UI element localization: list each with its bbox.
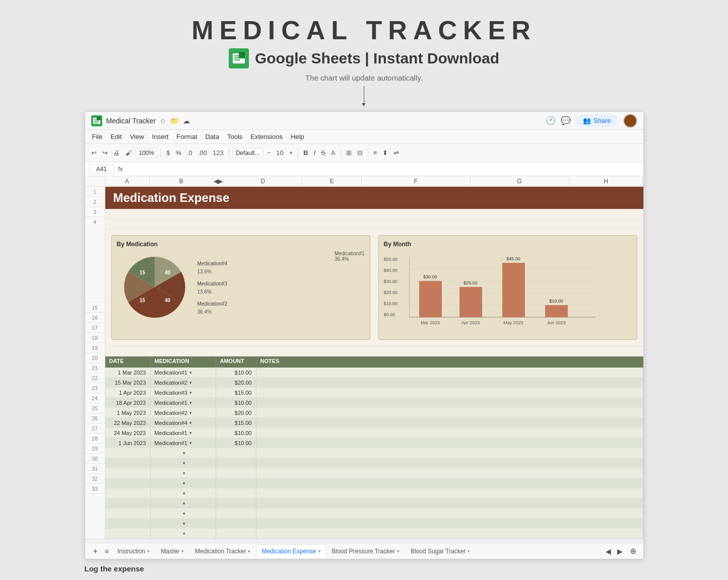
font-size[interactable]: 10 — [274, 148, 285, 158]
comment-icon[interactable]: 💬 — [561, 116, 571, 125]
menu-edit[interactable]: Edit — [107, 132, 124, 141]
empty-date-30 — [105, 498, 151, 508]
gs-icon-small — [91, 115, 102, 126]
cell-amount-18: $20.00 — [216, 378, 256, 387]
tab-scroll-right[interactable]: ▶ — [615, 547, 625, 555]
sheet-menu-button[interactable]: ≡ — [102, 547, 112, 555]
bar-jun — [545, 305, 568, 317]
cell-notes-21 — [256, 408, 643, 417]
subtitle-row: Google Sheets | Instant Download — [191, 48, 537, 68]
zoom-dropdown[interactable]: 100% — [136, 148, 158, 158]
menu-view[interactable]: View — [127, 132, 147, 141]
menu-tools[interactable]: Tools — [224, 132, 245, 141]
more-formats-button[interactable]: 123 — [211, 148, 226, 158]
col-header-f[interactable]: F — [362, 176, 471, 186]
tab-medication-tracker[interactable]: Medication Tracker ▾ — [189, 544, 256, 558]
svg-text:Jun 2023: Jun 2023 — [547, 320, 565, 325]
col-header-e[interactable]: E — [302, 176, 362, 186]
menu-insert[interactable]: Insert — [149, 132, 172, 141]
cell-med-17: Medication#1 ▾ — [151, 368, 216, 377]
bar-apr — [459, 287, 482, 317]
tab-blood-sugar[interactable]: Blood Sugar Tracker ▾ — [405, 544, 476, 558]
tab-blood-sugar-label: Blood Sugar Tracker — [411, 548, 466, 555]
cell-reference[interactable]: A41 — [89, 165, 114, 174]
tab-instruction-label: Instruction — [117, 548, 145, 555]
col-header-a[interactable]: A — [105, 176, 150, 186]
empty-row-25: ▾ — [105, 448, 643, 458]
row-num-15: 15 — [85, 303, 105, 313]
tab-blood-pressure[interactable]: Blood Pressure Tracker ▾ — [326, 544, 405, 558]
bold-button[interactable]: B — [301, 148, 310, 158]
row-num-23: 23 — [85, 383, 105, 393]
tab-master-label: Master — [161, 548, 179, 555]
row-num-21: 21 — [85, 363, 105, 373]
paint-format-button[interactable]: 🖌 — [123, 148, 134, 158]
text-color-button[interactable]: A — [329, 148, 338, 158]
new-sheet-button[interactable]: ⊕ — [627, 546, 639, 556]
align-button[interactable]: ≡ — [371, 148, 379, 158]
blank-row-3 — [105, 219, 643, 229]
tab-scroll-left[interactable]: ◀ — [604, 547, 613, 555]
strikethrough-button[interactable]: S — [319, 148, 327, 158]
row-num-20: 20 — [85, 353, 105, 363]
col-header-arrow[interactable]: ◀▶ — [214, 176, 224, 186]
italic-button[interactable]: I — [312, 148, 318, 158]
tab-medication-expense[interactable]: Medication Expense ▾ — [256, 544, 326, 558]
menu-data[interactable]: Data — [203, 132, 222, 141]
redo-button[interactable]: ↪ — [100, 148, 110, 158]
empty-med-33: ▾ — [151, 529, 216, 538]
row-num-16: 16 — [85, 313, 105, 323]
add-sheet-button[interactable]: + — [89, 543, 102, 559]
cell-notes-23 — [256, 428, 643, 438]
title-icons: ☆ 📁 ☁ — [160, 117, 190, 125]
svg-text:$25.00: $25.00 — [464, 280, 478, 285]
percent-button[interactable]: % — [173, 148, 183, 158]
empty-amount-32 — [216, 519, 256, 528]
menu-help[interactable]: Help — [288, 132, 307, 141]
empty-row-31: ▾ — [105, 509, 643, 519]
empty-row-26: ▾ — [105, 458, 643, 468]
currency-button[interactable]: $ — [164, 148, 172, 158]
font-dropdown[interactable]: Default... — [232, 148, 263, 158]
doc-title: Medical Tracker — [106, 117, 156, 125]
menu-extensions[interactable]: Extensions — [247, 132, 286, 141]
valign-button[interactable]: ⬍ — [380, 148, 390, 158]
share-button[interactable]: 👥 Share — [576, 114, 618, 127]
tab-master[interactable]: Master ▾ — [155, 544, 189, 558]
menu-format[interactable]: Format — [173, 132, 200, 141]
empty-amount-31 — [216, 509, 256, 518]
y-label-20: $20.00 — [384, 290, 398, 295]
col-header-d[interactable]: D — [224, 176, 303, 186]
svg-text:May 2023: May 2023 — [503, 320, 523, 325]
menu-bar: File Edit View Insert Format Data Tools … — [85, 130, 643, 144]
font-size-dec[interactable]: − — [265, 148, 273, 158]
col-header-b[interactable]: B — [150, 176, 214, 186]
toolbar-separator-2 — [229, 149, 229, 158]
menu-file[interactable]: File — [89, 132, 106, 141]
undo-button[interactable]: ↩ — [89, 148, 99, 158]
tab-instruction[interactable]: Instruction ▾ — [112, 544, 155, 558]
merge-button[interactable]: ⊟ — [355, 148, 365, 158]
decimal-dec-button[interactable]: .0 — [185, 148, 194, 158]
empty-notes-27 — [256, 468, 643, 478]
folder-icon[interactable]: 📁 — [170, 117, 179, 125]
cloud-icon[interactable]: ☁ — [183, 117, 190, 125]
star-icon[interactable]: ☆ — [160, 117, 166, 125]
cell-amount-22: $15.00 — [216, 418, 256, 427]
borders-button[interactable]: ⊞ — [344, 148, 354, 158]
wrap-button[interactable]: ⇌ — [391, 148, 401, 158]
col-header-h[interactable]: H — [569, 176, 643, 186]
row-num-33: 33 — [85, 484, 105, 494]
horizontal-scrollbar[interactable] — [85, 539, 643, 543]
y-label-50: $50.00 — [384, 257, 398, 262]
font-size-inc[interactable]: + — [287, 148, 295, 158]
col-header-g[interactable]: G — [471, 176, 569, 186]
column-headers: A B ◀▶ D E F G H — [85, 176, 643, 187]
decimal-inc-button[interactable]: .00 — [196, 148, 209, 158]
avatar[interactable] — [623, 114, 637, 128]
empty-amount-25 — [216, 448, 256, 458]
tab-blood-pressure-arrow: ▾ — [397, 549, 400, 554]
history-icon[interactable]: 🕐 — [546, 116, 556, 125]
print-button[interactable]: 🖨 — [111, 148, 122, 158]
empty-row-30: ▾ — [105, 498, 643, 509]
